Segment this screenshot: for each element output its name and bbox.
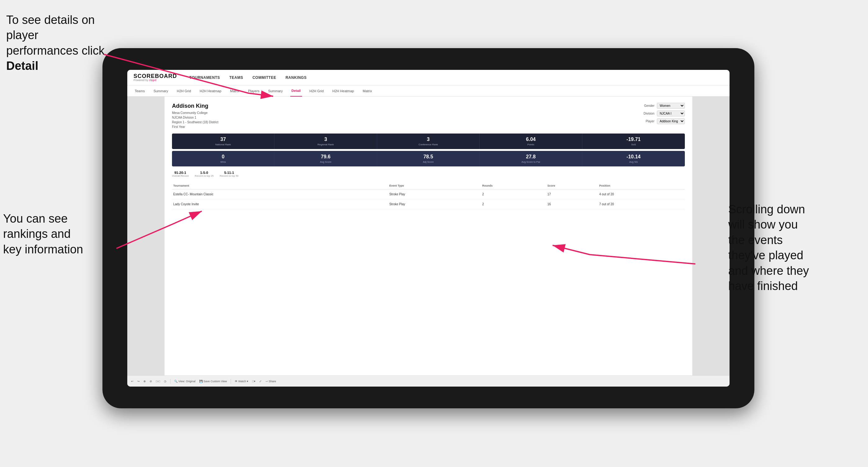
- player-select[interactable]: Addison King: [657, 118, 685, 124]
- stat-value-wins: 0: [175, 154, 272, 160]
- annotation-right: Scrolling down will show you the events …: [728, 202, 859, 294]
- center-content: Addison King Mesa Community College NJCA…: [164, 97, 692, 375]
- player-year: First Year: [172, 125, 219, 129]
- subnav-summary1[interactable]: Summary: [152, 85, 169, 97]
- logo-area: SCOREBOARD Powered by clippd: [133, 73, 177, 82]
- rounds-2: 2: [481, 199, 546, 209]
- toolbar-screen[interactable]: □▾: [252, 380, 255, 383]
- record-value-top25: 1-5-0: [195, 171, 213, 175]
- stat-label-avg-sg: Avg SG: [585, 160, 682, 163]
- toolbar-redo[interactable]: ↪: [137, 380, 140, 383]
- stat-value-conference-rank: 3: [380, 136, 477, 142]
- stat-avg-sg: -10.14 Avg SG: [582, 151, 685, 166]
- division-selector-row: Division NJCAA I: [644, 111, 685, 117]
- score-1: 17: [546, 189, 598, 199]
- subnav-players[interactable]: Players: [247, 85, 261, 97]
- toolbar-expand[interactable]: ⤢: [259, 380, 262, 383]
- toolbar-share[interactable]: ⤻ Share: [266, 380, 276, 383]
- main-content: Addison King Mesa Community College NJCA…: [127, 97, 730, 375]
- stat-value-avg-score-par: 27.8: [482, 154, 579, 160]
- stat-value-points: 6.04: [482, 136, 579, 142]
- col-score: Score: [546, 182, 598, 189]
- stat-label-regional-rank: Regional Rank: [277, 143, 374, 146]
- score-2: 16: [546, 199, 598, 209]
- col-rounds: Rounds: [481, 182, 546, 189]
- player-region: Region 1 - Southwest (18) District: [172, 120, 219, 125]
- player-header: Addison King Mesa Community College NJCA…: [172, 103, 685, 129]
- player-college: Mesa Community College: [172, 111, 219, 115]
- stat-wins: 0 Wins: [172, 151, 274, 166]
- toolbar-save-custom[interactable]: 💾 Save Custom View: [199, 380, 227, 383]
- stat-adj-score: 78.5 Adj Score: [377, 151, 479, 166]
- toolbar-watch[interactable]: 👁 Watch ▾: [235, 380, 248, 383]
- tournament-name-2[interactable]: Lady Coyote Invite: [172, 199, 388, 209]
- subnav-h2h-heatmap1[interactable]: H2H Heatmap: [198, 85, 223, 97]
- stat-value-sos: -19.71: [585, 136, 682, 142]
- event-type-1: Stroke Play: [388, 189, 481, 199]
- record-overall: 91-20-1 Overall Record: [172, 171, 188, 177]
- subnav-h2h-grid1[interactable]: H2H Grid: [176, 85, 192, 97]
- subnav-summary2[interactable]: Summary: [267, 85, 284, 97]
- toolbar-grid[interactable]: □-□: [156, 380, 160, 383]
- subnav-matrix1[interactable]: Matrix: [229, 85, 241, 97]
- stat-avg-score-par: 27.8 Avg Score to Par: [479, 151, 582, 166]
- right-sidebar: [692, 97, 730, 375]
- tournaments-table: Tournament Event Type Rounds Score Posit…: [172, 182, 685, 209]
- stat-label-avg-score: Avg Score: [277, 160, 374, 163]
- stats-grid-row1: 37 National Rank 3 Regional Rank 3 Confe…: [172, 133, 685, 149]
- nav-items: TOURNAMENTS TEAMS COMMITTEE RANKINGS: [189, 75, 307, 80]
- player-selector-row: Player Addison King: [646, 118, 685, 124]
- toolbar-remove[interactable]: ⊘: [150, 380, 152, 383]
- logo-scoreboard: SCOREBOARD: [133, 73, 177, 79]
- record-top25: 1-5-0 Record vs top 25: [195, 171, 213, 177]
- annotation-top-left: To see details on player performances cl…: [6, 12, 112, 74]
- record-value-top50: 5-11-1: [220, 171, 239, 175]
- record-value-overall: 91-20-1: [172, 171, 188, 175]
- logo-powered: Powered by clippd: [133, 79, 177, 82]
- toolbar-divider-1: [170, 379, 170, 384]
- stat-national-rank: 37 National Rank: [172, 133, 274, 149]
- record-label-top50: Record vs top 50: [220, 175, 239, 177]
- stat-conference-rank: 3 Conference Rank: [377, 133, 479, 149]
- subnav-h2h-heatmap2[interactable]: H2H Heatmap: [331, 85, 355, 97]
- nav-tournaments[interactable]: TOURNAMENTS: [189, 75, 220, 80]
- subnav-detail[interactable]: Detail: [290, 85, 302, 97]
- rounds-1: 2: [481, 189, 546, 199]
- stat-label-avg-score-par: Avg Score to Par: [482, 160, 579, 163]
- nav-rankings[interactable]: RANKINGS: [286, 75, 307, 80]
- stat-label-conference-rank: Conference Rank: [380, 143, 477, 146]
- top-nav: SCOREBOARD Powered by clippd TOURNAMENTS…: [127, 70, 730, 85]
- event-type-2: Stroke Play: [388, 199, 481, 209]
- stat-label-national-rank: National Rank: [175, 143, 272, 146]
- bottom-toolbar: ↩ ↪ ⊕ ⊘ □-□ ◷ 🔍 View: Original 💾 Save Cu…: [127, 375, 730, 386]
- sub-nav: Teams Summary H2H Grid H2H Heatmap Matri…: [127, 85, 730, 97]
- stat-sos: -19.71 SoS: [582, 133, 685, 149]
- toolbar-add[interactable]: ⊕: [144, 380, 146, 383]
- player-selectors: Gender Women Division NJCAA I: [644, 103, 685, 129]
- annotation-bottom-left: You can see rankings and key information: [3, 211, 121, 257]
- player-info: Addison King Mesa Community College NJCA…: [172, 103, 219, 129]
- toolbar-undo[interactable]: ↩: [131, 380, 133, 383]
- stat-label-wins: Wins: [175, 160, 272, 163]
- division-select[interactable]: NJCAA I: [657, 111, 685, 117]
- tablet-screen: SCOREBOARD Powered by clippd TOURNAMENTS…: [127, 70, 730, 386]
- player-division: NJCAA Division 1: [172, 115, 219, 120]
- toolbar-time[interactable]: ◷: [164, 380, 166, 383]
- record-label-overall: Overall Record: [172, 175, 188, 177]
- subnav-matrix2[interactable]: Matrix: [361, 85, 373, 97]
- tablet-device: SCOREBOARD Powered by clippd TOURNAMENTS…: [102, 48, 754, 408]
- division-label: Division: [644, 112, 654, 115]
- nav-teams[interactable]: TEAMS: [229, 75, 243, 80]
- stat-label-points: Points: [482, 143, 579, 146]
- subnav-teams[interactable]: Teams: [133, 85, 146, 97]
- toolbar-view-original[interactable]: 🔍 View: Original: [174, 380, 195, 383]
- tournament-name-1[interactable]: Estella CC- Mountain Classic: [172, 189, 388, 199]
- nav-committee[interactable]: COMMITTEE: [252, 75, 276, 80]
- stat-label-adj-score: Adj Score: [380, 160, 477, 163]
- gender-select[interactable]: Women: [657, 103, 685, 109]
- left-sidebar: [127, 97, 164, 375]
- records-row: 91-20-1 Overall Record 1-5-0 Record vs t…: [172, 171, 685, 177]
- stat-value-regional-rank: 3: [277, 136, 374, 142]
- player-label: Player: [646, 120, 654, 123]
- subnav-h2h-grid2[interactable]: H2H Grid: [308, 85, 325, 97]
